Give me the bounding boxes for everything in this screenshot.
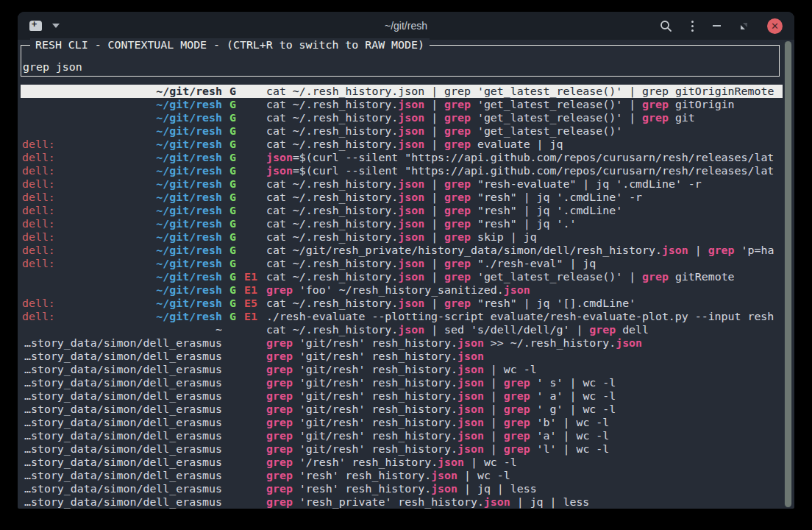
directory-label: ~/git/resh xyxy=(156,85,222,98)
git-flag: G xyxy=(222,177,236,191)
history-row[interactable]: dell:~/git/reshGcat ~/.resh_history.json… xyxy=(21,138,783,151)
command-text: cat ~/.resh_history.json | grep "resh-ev… xyxy=(257,177,783,191)
history-row[interactable]: ~cat ~/.resh_history.json | sed 's/dell/… xyxy=(21,323,783,336)
exit-status-flag xyxy=(236,376,257,389)
directory-label: …story_data/simon/dell_erasmus xyxy=(24,495,222,509)
scrollbar[interactable] xyxy=(784,40,792,508)
history-row[interactable]: …story_data/simon/dell_erasmusgrep 'resh… xyxy=(21,482,783,495)
menu-button[interactable] xyxy=(691,21,694,32)
git-flag: G xyxy=(222,164,236,177)
command-text: grep 'git/resh' resh_history.json | grep… xyxy=(257,416,783,429)
git-flag: G xyxy=(222,191,236,204)
history-row[interactable]: dell:~/git/reshGcat ~/.resh_history.json… xyxy=(21,204,783,217)
exit-status-flag xyxy=(236,138,257,151)
directory-label: ~/git/resh xyxy=(156,98,222,111)
history-row[interactable]: …story_data/simon/dell_erasmusgrep 'resh… xyxy=(21,469,783,482)
exit-status-flag xyxy=(236,151,257,164)
minimize-button[interactable] xyxy=(713,25,721,26)
exit-status-flag xyxy=(236,469,257,482)
exit-status-flag: E1 xyxy=(236,283,257,297)
directory-label: …story_data/simon/dell_erasmus xyxy=(24,456,222,469)
host-label: dell: xyxy=(22,138,55,151)
directory-label: ~/git/resh xyxy=(156,230,222,244)
exit-status-flag xyxy=(236,336,257,350)
search-icon xyxy=(660,20,672,32)
directory-label: …story_data/simon/dell_erasmus xyxy=(24,363,222,376)
history-row[interactable]: …story_data/simon/dell_erasmusgrep 'resh… xyxy=(21,495,783,509)
exit-status-flag xyxy=(236,217,257,230)
directory-label: …story_data/simon/dell_erasmus xyxy=(24,336,222,350)
git-flag xyxy=(222,336,236,350)
exit-status-flag: E1 xyxy=(236,270,257,283)
history-row[interactable]: …story_data/simon/dell_erasmusgrep 'git/… xyxy=(21,376,783,389)
directory-label: ~/git/resh xyxy=(156,297,222,310)
exit-status-flag xyxy=(236,257,257,270)
history-row[interactable]: …story_data/simon/dell_erasmusgrep 'git/… xyxy=(21,416,783,429)
history-row[interactable]: …story_data/simon/dell_erasmusgrep '/res… xyxy=(21,456,783,469)
git-flag: G xyxy=(222,98,236,111)
tab-dropdown-button[interactable] xyxy=(52,24,60,28)
directory-label: ~/git/resh xyxy=(156,151,222,164)
command-text: grep 'git/resh' resh_history.json | wc -… xyxy=(257,363,783,376)
history-row[interactable]: dell:~/git/reshGcat ~/.resh_history.json… xyxy=(21,217,783,230)
directory-label: ~/git/resh xyxy=(156,257,222,270)
history-row[interactable]: ~/git/reshGcat ~/.resh_history.json | gr… xyxy=(21,98,783,111)
history-row[interactable]: dell:~/git/reshGcat ~/.resh_history.json… xyxy=(21,191,783,204)
history-row[interactable]: …story_data/simon/dell_erasmusgrep 'git/… xyxy=(21,350,783,363)
history-row[interactable]: dell:~/git/reshGE5cat ~/.resh_history.js… xyxy=(21,297,783,310)
search-query-input[interactable]: grep json xyxy=(23,60,82,74)
host-label: dell: xyxy=(22,217,55,230)
scrollbar-thumb[interactable] xyxy=(785,41,791,507)
directory-label: ~/git/resh xyxy=(156,270,222,283)
directory-label: ~/git/resh xyxy=(156,124,222,138)
git-flag: G xyxy=(222,310,236,323)
git-flag: G xyxy=(222,138,236,151)
history-row[interactable]: …story_data/simon/dell_erasmusgrep 'git/… xyxy=(21,336,783,350)
close-button[interactable]: ✕ xyxy=(767,18,783,34)
history-row[interactable]: dell:~/git/reshGjson=$(curl --silent "ht… xyxy=(21,151,783,164)
history-row[interactable]: ~/git/reshGE1grep 'foo' ~/resh_history_s… xyxy=(21,283,783,297)
host-label: dell: xyxy=(22,204,55,217)
history-row[interactable]: ~/git/reshGE1cat ~/.resh_history.json | … xyxy=(21,270,783,283)
command-text: grep '/resh' resh_history.json | wc -l xyxy=(257,456,783,469)
directory-label: …story_data/simon/dell_erasmus xyxy=(24,469,222,482)
command-text: grep 'resh_private' resh_history.json | … xyxy=(257,495,783,509)
history-row[interactable]: dell:~/git/reshGjson=$(curl --silent "ht… xyxy=(21,164,783,177)
exit-status-flag xyxy=(236,124,257,138)
git-flag: G xyxy=(222,283,236,297)
history-row[interactable]: …story_data/simon/dell_erasmusgrep 'git/… xyxy=(21,429,783,442)
history-row[interactable]: ~/git/reshGcat ~/.resh_history.json | gr… xyxy=(21,124,783,138)
exit-status-flag xyxy=(236,350,257,363)
restore-button[interactable] xyxy=(740,22,748,30)
git-flag: G xyxy=(222,111,236,124)
history-row[interactable]: …story_data/simon/dell_erasmusgrep 'git/… xyxy=(21,363,783,376)
history-row[interactable]: …story_data/simon/dell_erasmusgrep 'git/… xyxy=(21,442,783,456)
git-flag: G xyxy=(222,124,236,138)
new-tab-button[interactable] xyxy=(29,21,42,31)
history-row[interactable]: …story_data/simon/dell_erasmusgrep 'git/… xyxy=(21,403,783,416)
directory-label: …story_data/simon/dell_erasmus xyxy=(24,482,222,495)
command-text: grep 'git/resh' resh_history.json xyxy=(257,350,783,363)
history-row[interactable]: dell:~/git/reshGE1./resh-evaluate --plot… xyxy=(21,310,783,323)
command-text: cat ~/.resh_history.json | grep 'get_lat… xyxy=(257,124,783,138)
git-flag xyxy=(222,389,236,403)
exit-status-flag xyxy=(236,482,257,495)
history-row[interactable]: dell:~/git/reshGcat ~/.resh_history.json… xyxy=(21,257,783,270)
kebab-menu-icon xyxy=(691,21,694,32)
history-row[interactable]: dell:~/git/reshGcat ~/.resh_history.json… xyxy=(21,177,783,191)
terminal-screen: RESH CLI - CONTEXTUAL MODE - (CTRL+R to … xyxy=(18,40,794,509)
git-flag: G xyxy=(222,230,236,244)
new-tab-icon xyxy=(29,21,42,31)
history-row[interactable]: dell:~/git/reshGcat ~/.resh_history.json… xyxy=(21,230,783,244)
exit-status-flag: E1 xyxy=(236,310,257,323)
history-row[interactable]: ~/git/reshGcat ~/.resh_history.json | gr… xyxy=(21,111,783,124)
directory-label: ~/git/resh xyxy=(156,177,222,191)
command-text: cat ~/.resh_history.json | grep skip | j… xyxy=(257,230,783,244)
exit-status-flag xyxy=(236,98,257,111)
search-button[interactable] xyxy=(660,20,672,32)
git-flag: G xyxy=(222,244,236,257)
history-row[interactable]: dell:~/git/reshGcat ~/git/resh_private/h… xyxy=(21,244,783,257)
history-row[interactable]: ~/git/reshGcat ~/.resh_history.json | gr… xyxy=(21,85,783,98)
directory-label: …story_data/simon/dell_erasmus xyxy=(24,389,222,403)
history-row[interactable]: …story_data/simon/dell_erasmusgrep 'git/… xyxy=(21,389,783,403)
